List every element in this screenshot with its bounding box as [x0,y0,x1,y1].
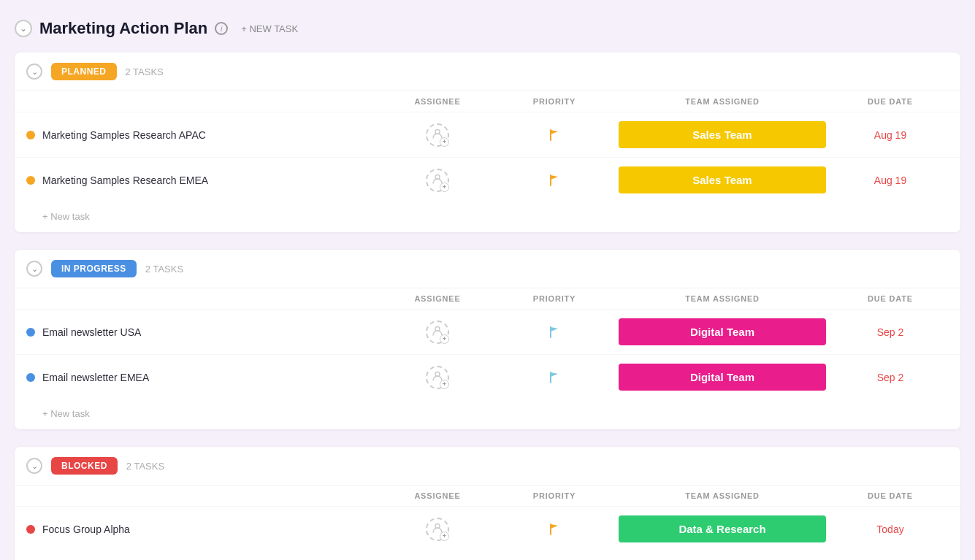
section-blocked: ⌄ BLOCKED 2 TASKS ASSIGNEE PRIORITY TEAM… [15,447,960,560]
due-date: Aug 19 [874,174,906,186]
flag-icon [548,326,561,339]
avatar[interactable]: + [426,169,449,192]
avatar[interactable]: + [426,366,449,389]
task-name: Focus Group Alpha [42,523,130,535]
team-cell: Sales Team [613,121,832,148]
team-cell: Digital Team [613,364,832,391]
task-dot [26,373,35,382]
due-date-cell: Sep 2 [832,326,949,338]
page-header: ⌄ Marketing Action Plan i + NEW TASK [15,12,960,53]
col-priority: PRIORITY [496,294,613,303]
task-name-cell: Marketing Samples Research EMEA [26,174,379,186]
col-team-assigned: TEAM ASSIGNED [613,491,832,500]
due-date-cell: Sep 2 [832,372,949,383]
info-icon[interactable]: i [215,22,228,35]
new-task-button[interactable]: + NEW TASK [235,20,304,37]
team-badge: Digital Team [619,318,826,345]
avatar[interactable]: + [426,321,449,344]
col-due-date: DUE DATE [832,491,949,500]
due-date: Today [876,523,903,535]
page-title: Marketing Action Plan [39,19,207,38]
task-count-inprogress: 2 TASKS [145,264,183,275]
task-dot [26,328,35,337]
section-collapse-inprogress[interactable]: ⌄ [26,261,42,277]
col-assignee: ASSIGNEE [379,97,496,106]
due-date-cell: Aug 19 [832,174,949,186]
task-name-cell: Email newsletter EMEA [26,372,379,383]
table-row: Marketing Samples Research EMEA + [15,157,960,202]
assignee-cell[interactable]: + [379,169,496,192]
page-collapse-button[interactable]: ⌄ [15,20,32,37]
task-name-cell: Email newsletter USA [26,326,379,338]
table-row: Email newsletter EMEA + [15,354,960,399]
task-name: Marketing Samples Research APAC [42,129,206,141]
status-badge-blocked: BLOCKED [51,457,118,475]
col-team-assigned: TEAM ASSIGNED [613,294,832,303]
assignee-cell[interactable]: + [379,518,496,541]
due-date-cell: Aug 19 [832,129,949,141]
section-collapse-planned[interactable]: ⌄ [26,64,42,80]
col-assignee: ASSIGNEE [379,294,496,303]
task-dot [26,131,35,139]
task-name: Marketing Samples Research EMEA [42,174,208,186]
assignee-cell[interactable]: + [379,321,496,344]
col-task-name [26,97,379,106]
task-count-blocked: 2 TASKS [126,461,164,472]
table-row: Email newsletter USA + [15,309,960,354]
flag-icon [548,174,561,187]
task-name: Email newsletter USA [42,326,141,338]
task-dot [26,176,35,185]
col-due-date: DUE DATE [832,97,949,106]
due-date: Sep 2 [877,326,904,338]
task-name-cell: Focus Group Alpha [26,523,379,535]
col-headers-planned: ASSIGNEE PRIORITY TEAM ASSIGNED DUE DATE [15,91,960,112]
task-name: Email newsletter EMEA [42,372,149,383]
team-badge: Digital Team [619,364,826,391]
status-badge-inprogress: IN PROGRESS [51,260,137,277]
col-priority: PRIORITY [496,491,613,500]
team-cell: Data & Research [613,515,832,542]
section-header-planned: ⌄ PLANNED 2 TASKS [15,53,960,91]
avatar[interactable]: + [426,123,449,147]
status-badge-planned: PLANNED [51,63,117,80]
col-assignee: ASSIGNEE [379,491,496,500]
priority-cell [496,523,613,536]
assignee-cell[interactable]: + [379,366,496,389]
team-cell: Digital Team [613,318,832,345]
col-headers-blocked: ASSIGNEE PRIORITY TEAM ASSIGNED DUE DATE [15,486,960,506]
col-task-name [26,294,379,303]
section-collapse-blocked[interactable]: ⌄ [26,458,42,474]
section-inprogress: ⌄ IN PROGRESS 2 TASKS ASSIGNEE PRIORITY … [15,250,960,429]
priority-cell [496,326,613,339]
avatar-add-icon: + [440,183,449,192]
avatar-add-icon: + [440,380,449,389]
col-task-name [26,491,379,500]
col-priority: PRIORITY [496,97,613,106]
avatar[interactable]: + [426,518,449,541]
section-planned: ⌄ PLANNED 2 TASKS ASSIGNEE PRIORITY TEAM… [15,53,960,232]
team-badge: Data & Research [619,515,826,542]
col-due-date: DUE DATE [832,294,949,303]
section-header-blocked: ⌄ BLOCKED 2 TASKS [15,447,960,486]
new-task-row[interactable]: + New task [15,551,960,560]
col-headers-inprogress: ASSIGNEE PRIORITY TEAM ASSIGNED DUE DATE [15,288,960,309]
flag-icon [548,371,561,384]
new-task-row[interactable]: + New task [15,202,960,232]
new-task-row[interactable]: + New task [15,399,960,429]
task-count-planned: 2 TASKS [126,66,164,77]
section-header-inprogress: ⌄ IN PROGRESS 2 TASKS [15,250,960,288]
task-dot [26,525,35,534]
col-team-assigned: TEAM ASSIGNED [613,97,832,106]
avatar-add-icon: + [440,532,449,541]
task-name-cell: Marketing Samples Research APAC [26,129,379,141]
avatar-add-icon: + [440,334,449,344]
team-cell: Sales Team [613,166,832,193]
priority-cell [496,174,613,187]
due-date: Sep 2 [877,372,904,383]
table-row: Focus Group Alpha + [15,506,960,551]
assignee-cell[interactable]: + [379,123,496,147]
priority-cell [496,129,613,142]
avatar-add-icon: + [440,137,449,147]
flag-icon [548,523,561,536]
priority-cell [496,371,613,384]
